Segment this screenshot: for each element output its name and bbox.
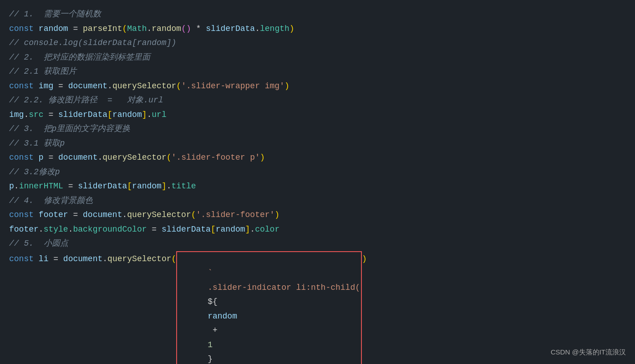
code-line: p . innerHTML = sliderData [ random ] . … (9, 179, 626, 194)
comment-text: // 3.2修改p (9, 165, 60, 180)
code-line: // 3.2修改p (9, 165, 626, 180)
code-line: // 3. 把p里面的文字内容更换 (9, 122, 626, 136)
code-line: const random = parseInt ( Math . random … (9, 22, 626, 36)
code-line-highlighted: const li = document . querySelector ( ` … (9, 251, 626, 364)
code-line: // 5. 小圆点 (9, 237, 626, 251)
code-line: // console.log(sliderData[random]) (9, 36, 626, 51)
func-name: parseInt (83, 22, 122, 36)
comment-text: // console.log(sliderData[random]) (9, 36, 176, 51)
code-line: // 2. 把对应的数据渲染到标签里面 (9, 51, 626, 65)
code-line: const footer = document . querySelector … (9, 208, 626, 222)
comment-text: // 3.1 获取p (9, 136, 65, 151)
code-editor: // 1. 需要一个随机数 const random = parseInt ( … (0, 0, 635, 364)
code-line: const p = document . querySelector ( '.s… (9, 151, 626, 165)
comment-text: // 5. 小圆点 (9, 237, 68, 251)
comment-text: // 3. 把p里面的文字内容更换 (9, 122, 130, 136)
code-line: // 3.1 获取p (9, 136, 626, 151)
code-line: // 1. 需要一个随机数 (9, 7, 626, 22)
comment-text: // 2.1 获取图片 (9, 65, 76, 79)
code-line: img . src = sliderData [ random ] . url (9, 108, 626, 122)
var-name: random (39, 22, 68, 36)
comment-text: // 2.2. 修改图片路径 = 对象.url (9, 93, 163, 108)
code-line: // 2.1 获取图片 (9, 65, 626, 79)
brand-text: CSDN @失落的IT流浪汉 (551, 348, 626, 356)
code-line: footer . style . backgroundColor = slide… (9, 222, 626, 237)
comment-text: // 4. 修改背景颜色 (9, 194, 93, 208)
brand-label: CSDN @失落的IT流浪汉 (551, 348, 626, 357)
code-line: // 4. 修改背景颜色 (9, 194, 626, 208)
comment-text: // 1. 需要一个随机数 (9, 7, 101, 22)
code-line: // 2.2. 修改图片路径 = 对象.url (9, 93, 626, 108)
keyword: const (9, 22, 34, 36)
comment-text: // 2. 把对应的数据渲染到标签里面 (9, 51, 150, 65)
code-line: const img = document . querySelector ( '… (9, 79, 626, 94)
